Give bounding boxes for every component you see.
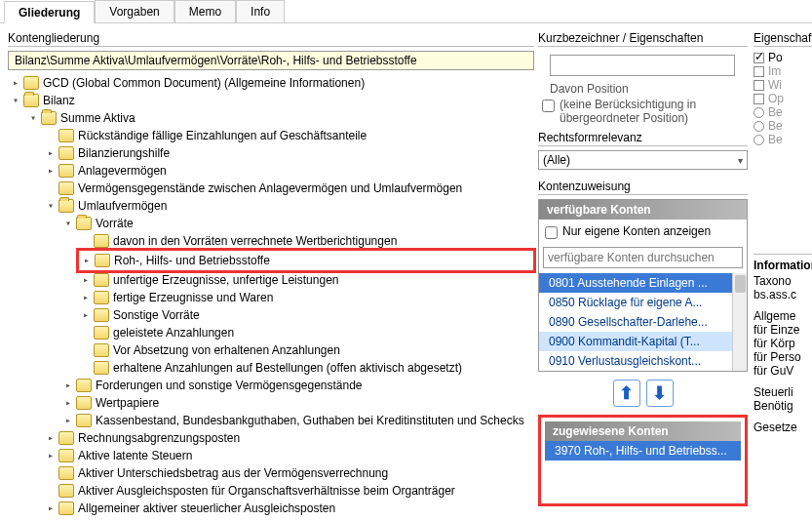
folder-icon <box>58 431 74 445</box>
expand-icon[interactable]: ▸ <box>80 292 92 303</box>
tree-label: Aktive latente Steuern <box>78 447 192 464</box>
zugewiesene-konten-list: 3970 Roh-, Hilfs- und Betriebss... <box>545 441 741 500</box>
highlighted-tree-node: ▸ Roh-, Hilfs- und Betriebsstoffe <box>76 248 536 273</box>
tree-node-bilanz[interactable]: ▾ Bilanz <box>10 92 534 109</box>
tree-node-roh-hilfs[interactable]: ▸ Roh-, Hilfs- und Betriebsstoffe <box>81 252 531 269</box>
assign-buttons: ⬆ ⬇ <box>538 380 748 407</box>
tree-node[interactable]: ▸Sonstige Vorräte <box>80 306 534 324</box>
tree-node-umlaufvermoegen[interactable]: ▾ Umlaufvermögen <box>45 197 534 215</box>
tree-node[interactable]: ▸unfertige Erzeugnisse, unfertige Leistu… <box>80 271 534 289</box>
expand-icon[interactable]: ▸ <box>45 147 57 159</box>
tree-node[interactable]: ▸Aktiver Unterschiedsbetrag aus der Verm… <box>45 464 534 482</box>
collapse-icon[interactable]: ▾ <box>27 112 39 124</box>
tree-label: Bilanzierungshilfe <box>78 144 170 162</box>
prop-checkbox <box>754 94 764 104</box>
expand-icon[interactable]: ▸ <box>45 450 57 461</box>
folder-icon <box>94 308 109 322</box>
folder-icon <box>58 129 74 142</box>
scrollbar[interactable] <box>732 273 747 371</box>
tab-info[interactable]: Info <box>236 0 285 22</box>
tree-node[interactable]: ▸Vermögensgegenstände zwischen Anlagever… <box>45 180 534 197</box>
tree-node[interactable]: ▸fertige Erzeugnisse und Waren <box>80 289 534 306</box>
davon-label: Davon Position <box>550 82 748 96</box>
eigenschaften-label: Eigenschaften <box>754 31 812 47</box>
folder-icon <box>58 466 74 480</box>
expand-icon[interactable]: ▸ <box>45 432 57 444</box>
konto-item[interactable]: 0900 Kommandit-Kapital (T... <box>539 332 732 351</box>
tree-node[interactable]: ▸Aktiver Ausgleichsposten für Organschaf… <box>45 482 534 500</box>
info-text: Benötig <box>754 399 812 413</box>
verfuegbare-konten-panel: verfügbare Konten Nur eigene Konten anze… <box>538 199 748 372</box>
expand-icon[interactable]: ▸ <box>81 255 93 266</box>
expand-icon[interactable]: ▸ <box>80 309 92 321</box>
folder-open-icon <box>76 217 92 230</box>
tree-node[interactable]: ▸Allgemeiner aktiver steuerlicher Ausgle… <box>45 500 534 517</box>
folder-icon <box>58 146 74 160</box>
tree-node[interactable]: ▸Bilanzierungshilfe <box>45 144 534 162</box>
folder-icon <box>76 379 92 392</box>
tree-label: geleistete Anzahlungen <box>113 324 234 341</box>
konto-item[interactable]: 0910 Verlustausgleichskont... <box>539 351 732 371</box>
move-up-button[interactable]: ⬆ <box>613 380 640 407</box>
info-text: für GuV <box>754 364 812 378</box>
expand-icon[interactable]: ▸ <box>62 380 74 391</box>
move-down-button[interactable]: ⬇ <box>646 380 674 407</box>
davon-checkbox[interactable] <box>542 100 555 112</box>
folder-open-icon <box>23 94 39 107</box>
tree-node[interactable]: ▸geleistete Anzahlungen <box>80 324 534 341</box>
info-text: Taxono <box>754 274 812 288</box>
tab-gliederung[interactable]: Gliederung <box>4 1 95 23</box>
informationen-label: Informationen <box>754 259 812 272</box>
collapse-icon[interactable]: ▾ <box>10 95 21 106</box>
breadcrumb-path[interactable]: Bilanz\Summe Aktiva\Umlaufvermögen\Vorrä… <box>8 51 534 70</box>
kurzbezeichner-input[interactable] <box>550 55 735 76</box>
konto-item[interactable]: 0890 Gesellschafter-Darlehe... <box>539 312 732 332</box>
tree-label: Summe Aktiva <box>60 109 135 127</box>
folder-icon <box>58 484 74 498</box>
arrow-down-icon: ⬇ <box>652 382 667 404</box>
tree-node-vorraete[interactable]: ▾ Vorräte <box>62 215 534 232</box>
konto-item-assigned[interactable]: 3970 Roh-, Hilfs- und Betriebss... <box>545 441 741 461</box>
kontenzuweisung-label: Kontenzuweisung <box>538 180 748 195</box>
konten-search-input[interactable] <box>543 247 743 268</box>
tree-node[interactable]: ▸Anlagevermögen <box>45 162 534 180</box>
tree-node[interactable]: ▸Forderungen und sonstige Vermögensgegen… <box>62 377 534 394</box>
tree-node-summe-aktiva[interactable]: ▾ Summe Aktiva <box>27 109 534 127</box>
tree-label: Wertpapiere <box>96 394 159 412</box>
only-own-checkbox[interactable] <box>545 226 558 239</box>
tree-label: Kassenbestand, Bundesbankguthaben, Gutha… <box>96 412 524 429</box>
expand-icon[interactable]: ▸ <box>62 397 74 409</box>
info-text: Gesetze <box>754 421 812 434</box>
tree-node[interactable]: ▸Vor Absetzung von erhaltenen Anzahlunge… <box>80 341 534 359</box>
prop-label: Be <box>768 105 783 119</box>
scroll-thumb[interactable] <box>735 275 746 293</box>
tree-node[interactable]: ▸Kassenbestand, Bundesbankguthaben, Guth… <box>62 412 534 429</box>
expand-icon[interactable]: ▸ <box>45 165 57 177</box>
collapse-icon[interactable]: ▾ <box>45 200 57 212</box>
tree-node[interactable]: ▸Rechnungsabgrenzungsposten <box>45 429 534 447</box>
tab-memo[interactable]: Memo <box>174 0 236 22</box>
verfuegbare-head: verfügbare Konten <box>539 200 747 220</box>
info-text: bs.ass.c <box>754 288 812 301</box>
folder-icon <box>58 164 74 178</box>
prop-label: Be <box>768 133 783 146</box>
tree-label: Aktiver Ausgleichsposten für Organschaft… <box>78 482 455 500</box>
tree-node[interactable]: ▸Wertpapiere <box>62 394 534 412</box>
prop-checkbox[interactable] <box>754 66 764 77</box>
expand-icon[interactable]: ▸ <box>10 77 21 89</box>
collapse-icon[interactable]: ▾ <box>62 218 74 229</box>
prop-checkbox[interactable] <box>754 53 764 63</box>
folder-icon <box>94 361 109 375</box>
konto-item[interactable]: 0850 Rücklage für eigene A... <box>539 293 732 312</box>
tree-node[interactable]: ▸Rückständige fällige Einzahlungen auf G… <box>45 127 534 144</box>
tab-vorgaben[interactable]: Vorgaben <box>95 0 174 22</box>
tree-node[interactable]: ▸Aktive latente Steuern <box>45 447 534 464</box>
expand-icon[interactable]: ▸ <box>62 415 74 426</box>
konto-item[interactable]: 0801 Ausstehende Einlagen ... <box>539 273 732 293</box>
expand-icon[interactable]: ▸ <box>80 274 92 286</box>
tree-node-gcd[interactable]: ▸ GCD (Global Common Document) (Allgemei… <box>10 74 534 92</box>
rechtsform-select[interactable]: (Alle) ▾ <box>538 150 748 170</box>
prop-label: Im <box>768 64 781 78</box>
expand-icon[interactable]: ▸ <box>45 502 57 514</box>
tree-node[interactable]: ▸erhaltene Anzahlungen auf Bestellungen … <box>80 359 534 377</box>
